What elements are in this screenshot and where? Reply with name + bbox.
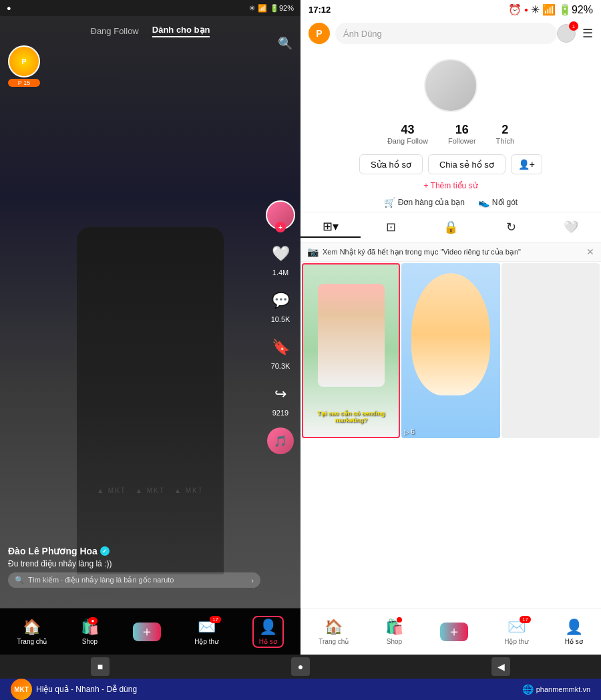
follow-plus[interactable]: + (275, 222, 286, 232)
nav-tabs-left: Đang Follow Dành cho bạn 🔍 (0, 16, 300, 45)
nav-inbox-label-right: Hộp thư (504, 638, 528, 645)
shop-dot-badge-right (397, 617, 402, 623)
brand-logo-bottom: MKT Hiệu quả - Nhanh - Dễ dùng (11, 679, 137, 700)
back-button[interactable]: ◀ (491, 657, 510, 676)
profile-header-bar: P Ánh Dũng 1 ☰ (300, 19, 601, 48)
bottom-tagline: Hiệu quả - Nhanh - Dễ dùng (36, 685, 137, 694)
action-buttons-row: Sửa hồ sơ Chia sẻ hồ sơ 👤+ (300, 150, 601, 178)
points-badge[interactable]: P P 15 (8, 45, 40, 87)
lock-icon: 🔒 (443, 220, 458, 234)
profile-avatar-area (300, 48, 601, 118)
add-friend-button[interactable]: 👤+ (511, 154, 542, 174)
status-bar-left: ● ✳ 📶 🔋92% (0, 0, 300, 16)
home-icon-right: 🏠 (325, 619, 343, 636)
notif-close-button[interactable]: ✕ (586, 246, 594, 257)
bookmark-count: 70.3K (271, 362, 290, 370)
triangle-icon: ◀ (497, 661, 505, 672)
circle-icon: ● (298, 661, 303, 672)
play-icon: ▷ (404, 428, 409, 435)
person-video (77, 227, 224, 574)
nav-plus-right[interactable]: ＋ (440, 623, 468, 641)
profile-name-text: Ánh Dũng (343, 29, 382, 39)
edit-profile-button[interactable]: Sửa hồ sơ (359, 154, 423, 174)
tab-heart-tab-icon[interactable]: 🤍 (541, 217, 601, 237)
nav-home-label-right: Trang chủ (319, 638, 349, 645)
search-icon-top[interactable]: 🔍 (278, 36, 292, 51)
nav-plus-left[interactable]: ＋ (133, 623, 161, 641)
baby-in-video (411, 273, 490, 395)
nav-inbox-label-left: Hộp thư (194, 638, 218, 645)
circle-button[interactable]: ● (291, 657, 310, 676)
bottom-nav-right: 🏠 Trang chủ 🛍️ Shop ＋ ✉️ Hộp thư 17 👤 Hồ… (300, 608, 601, 655)
search-icon-small: 🔍 (15, 576, 24, 584)
watermark-left: ▲ MKT ▲ MKT ▲ MKT (97, 487, 204, 494)
battery-icon: 🔋92% (270, 4, 294, 13)
likes-label: Thích (496, 137, 515, 145)
nav-shop-label-left: Shop (82, 638, 97, 645)
bookmark-icon: 🔖 (267, 334, 294, 361)
hamburger-icon[interactable]: ☰ (582, 26, 593, 41)
nav-shop-left[interactable]: 🛍️ Shop ● (81, 619, 99, 645)
nav-inbox-right[interactable]: ✉️ Hộp thư 17 (504, 619, 528, 645)
video-thumb-2[interactable]: ▷ 6 (401, 263, 499, 438)
cart-icon: 🛒 (384, 197, 395, 208)
tab-repost-icon[interactable]: ↻ (481, 217, 541, 237)
order-item-noi-got[interactable]: 👟 Nối gót (478, 197, 518, 208)
nav-home-left[interactable]: 🏠 Trang chủ (17, 619, 47, 645)
share-profile-button[interactable]: Chia sẻ hồ sơ (428, 154, 506, 174)
profile-name-area: Ánh Dũng (335, 23, 557, 44)
music-action[interactable]: 🎵 (267, 427, 294, 454)
video-description: Đu trend điệu nhảy làng lá :)) (8, 559, 260, 568)
profile-avatar-big (424, 59, 477, 112)
shop-badge: ● (88, 617, 97, 625)
order-label: Đơn hàng của bạn (398, 198, 465, 207)
avatar-badge: 1 (569, 21, 578, 31)
shoe-icon: 👟 (478, 197, 489, 208)
profile-icon-right: 👤 (565, 619, 583, 636)
square-button[interactable]: ■ (91, 657, 110, 676)
order-item-cart[interactable]: 🛒 Đơn hàng của bạn (384, 197, 465, 208)
repost-icon: ↻ (506, 220, 516, 234)
camera-notif-icon: 📷 (307, 246, 319, 257)
notification-banner: 📷 Xem Nhật ký đã hết hạn trong mục "Vide… (300, 242, 601, 262)
plus-btn-left: ＋ (133, 623, 161, 641)
tab-grid-icon[interactable]: ⊞▾ (300, 216, 361, 238)
points-circle: P (8, 45, 40, 77)
heart-icon: 🤍 (267, 240, 294, 267)
comment-icon: 💬 (267, 287, 294, 314)
video-thumb-1[interactable]: Tại sao cần có sending marketing? (302, 263, 400, 438)
mkt-logo-bottom: MKT (11, 679, 32, 700)
nav-profile-right[interactable]: 👤 Hồ sơ (565, 619, 583, 645)
tab-lock-icon[interactable]: 🔒 (421, 217, 481, 237)
share-action[interactable]: ↪ 9219 (267, 381, 294, 417)
tab-danh-cho-ban[interactable]: Dành cho bạn (152, 25, 210, 37)
like-action[interactable]: 🤍 1.4M (267, 240, 294, 277)
bookmark-action[interactable]: 🔖 70.3K (267, 334, 294, 370)
music-disc: 🎵 (267, 427, 294, 454)
bluetooth-icon: ✳ (249, 4, 255, 13)
stat-followers: 16 Follower (448, 123, 476, 145)
creator-avatar[interactable]: + (266, 200, 295, 230)
followers-count: 16 (455, 123, 469, 137)
profile-p-icon: P (309, 23, 330, 44)
man-in-video (318, 284, 385, 387)
bio-link[interactable]: + Thêm tiểu sử (300, 178, 601, 193)
nav-shop-label-right: Shop (387, 638, 402, 645)
nav-profile-left[interactable]: 👤 Hồ sơ (252, 616, 284, 648)
comment-action[interactable]: 💬 10.5K (267, 287, 294, 323)
search-bar-video[interactable]: 🔍 Tìm kiếm · điệu nhảy làng lá bản gốc n… (8, 572, 260, 588)
left-tiktok-feed: ● ✳ 📶 🔋92% P P 15 Đang Follow Dành cho b… (0, 0, 300, 655)
tab-dang-follow[interactable]: Đang Follow (91, 26, 139, 36)
home-controls: ■ ● ◀ (0, 655, 601, 679)
status-bar-right: 17:12 ⏰ ● ✳ 📶 🔋92% (300, 0, 601, 19)
tab-home-video-icon[interactable]: ⊡ (361, 217, 421, 237)
right-status-icons: ⏰ ● ✳ 📶 🔋92% (508, 3, 593, 16)
verified-icon: ✓ (100, 546, 110, 556)
home-icon-left: 🏠 (23, 619, 41, 636)
bottom-website[interactable]: 🌐 phanmemmkt.vn (522, 684, 590, 695)
avatar-header-icon[interactable]: 1 (557, 24, 576, 43)
nav-home-right[interactable]: 🏠 Trang chủ (319, 619, 349, 645)
nav-inbox-left[interactable]: ✉️ Hộp thư 17 (194, 619, 218, 645)
battery-icon-r: 🔋92% (558, 3, 593, 16)
nav-shop-right[interactable]: 🛍️ Shop (385, 619, 403, 645)
